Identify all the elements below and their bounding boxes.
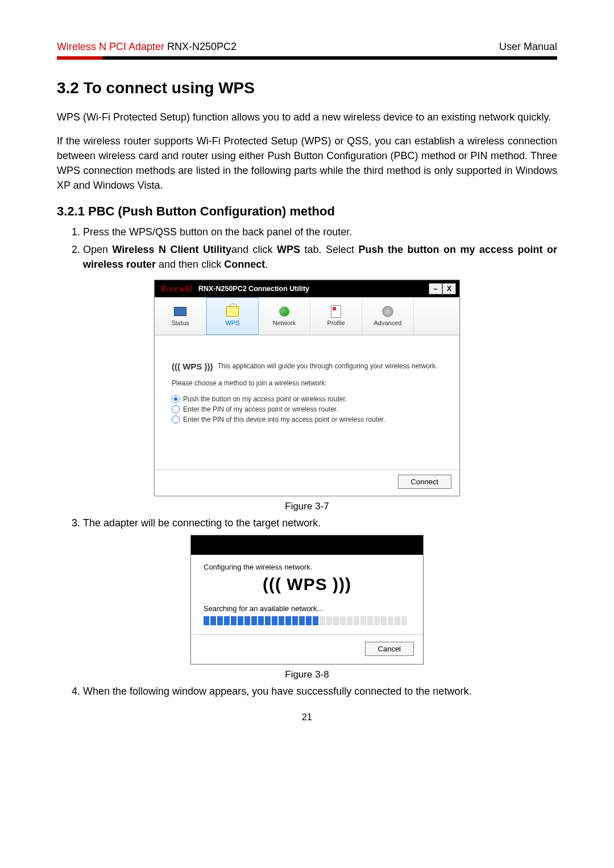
progress-segment <box>265 616 271 625</box>
radio-label: Enter the PIN of this device into my acc… <box>183 416 385 423</box>
progress-segment <box>333 616 339 625</box>
tab-label: Status <box>171 319 189 326</box>
document-page: Wireless N PCI Adapter RNX-N250PC2 User … <box>0 0 614 868</box>
page-number: 21 <box>57 712 557 722</box>
wps-panel: ((( WPS ))) This application will guide … <box>155 335 459 470</box>
status-icon <box>174 305 186 318</box>
progress-segment <box>401 616 407 625</box>
progress-segment <box>238 616 243 625</box>
progress-segment <box>292 616 298 625</box>
tab-label: Profile <box>327 319 345 326</box>
configuring-dialog: Configuring the wireless network. ((( WP… <box>190 535 424 665</box>
progress-segment <box>381 616 387 625</box>
progress-segment <box>224 616 230 625</box>
choose-prompt: Please choose a method to join a wireles… <box>172 379 442 387</box>
tab-label: Advanced <box>374 319 402 326</box>
progress-segment <box>210 616 216 625</box>
tab-wps[interactable]: WPS <box>206 297 259 335</box>
steps-list: When the following window appears, you h… <box>57 684 557 699</box>
brand-logo: Rosewill <box>158 284 193 294</box>
network-icon <box>278 305 291 318</box>
progress-bar <box>204 616 410 625</box>
wps-guide-line: ((( WPS ))) This application will guide … <box>172 362 442 371</box>
progress-segment <box>326 616 332 625</box>
progress-segment <box>354 616 359 625</box>
close-button[interactable]: X <box>442 283 456 294</box>
window-title-text: RNX-N250PC2 Connection Utility <box>198 285 309 293</box>
progress-segment <box>367 616 373 625</box>
product-name-red: Wireless N PCI Adapter <box>57 41 164 52</box>
page-header: Wireless N PCI Adapter RNX-N250PC2 User … <box>57 41 557 56</box>
header-divider <box>57 56 557 60</box>
tab-label: Network <box>273 319 296 326</box>
radio-icon <box>172 416 180 423</box>
header-right: User Manual <box>499 41 557 53</box>
wps-guide-text: This application will guide you through … <box>217 362 437 370</box>
tab-bar: Status WPS Network Profile Advanced <box>155 297 459 335</box>
radio-icon <box>172 405 180 413</box>
figure-caption: Figure 3-7 <box>57 501 557 512</box>
configuring-text: Configuring the wireless network. <box>204 563 410 571</box>
window-title: Rosewill RNX-N250PC2 Connection Utility <box>158 284 309 294</box>
lock-icon <box>226 305 239 318</box>
paragraph: WPS (Wi-Fi Protected Setup) function all… <box>57 110 557 124</box>
dialog-footer: Connect <box>155 470 459 496</box>
progress-segment <box>217 616 223 625</box>
gear-icon <box>381 305 394 318</box>
wps-icon: ((( WPS ))) <box>172 362 213 371</box>
window-controls: – X <box>429 283 456 294</box>
subsection-title: 3.2.1 PBC (Push Button Configuration) me… <box>57 204 557 219</box>
progress-segment <box>299 616 305 625</box>
connect-button[interactable]: Connect <box>398 475 451 489</box>
progress-segment <box>244 616 250 625</box>
progress-segment <box>251 616 257 625</box>
radio-option-push-button[interactable]: Push the button on my access point or wi… <box>172 395 442 403</box>
progress-segment <box>272 616 277 625</box>
progress-segment <box>231 616 237 625</box>
progress-segment <box>347 616 352 625</box>
paragraph: If the wireless router supports Wi-Fi Pr… <box>57 134 557 193</box>
progress-segment <box>395 616 400 625</box>
product-model: RNX-N250PC2 <box>164 41 237 52</box>
tab-label: WPS <box>225 319 239 326</box>
progress-segment <box>279 616 284 625</box>
connection-utility-window: Rosewill RNX-N250PC2 Connection Utility … <box>154 280 460 496</box>
section-title: 3.2 To connect using WPS <box>57 79 557 97</box>
tab-profile[interactable]: Profile <box>310 297 362 335</box>
progress-segment <box>360 616 366 625</box>
radio-icon <box>172 395 180 403</box>
step-item: The adapter will be connecting to the ta… <box>83 516 557 530</box>
tab-network[interactable]: Network <box>259 297 310 335</box>
searching-text: Searching for an available network... <box>204 604 410 613</box>
progress-segment <box>306 616 312 625</box>
step-item: Open Wireless N Client Utilityand click … <box>83 242 557 272</box>
cancel-button[interactable]: Cancel <box>365 642 414 656</box>
tab-advanced[interactable]: Advanced <box>362 297 414 335</box>
steps-list: Press the WPS/QSS button on the back pan… <box>57 225 557 271</box>
radio-option-enter-device-pin[interactable]: Enter the PIN of this device into my acc… <box>172 416 442 423</box>
step-item: Press the WPS/QSS button on the back pan… <box>83 225 557 239</box>
radio-label: Push the button on my access point or wi… <box>183 395 347 403</box>
divider <box>191 634 423 635</box>
radio-label: Enter the PIN of my access point or wire… <box>183 405 338 413</box>
progress-segment <box>204 616 209 625</box>
minimize-button[interactable]: – <box>429 283 442 294</box>
step-item: When the following window appears, you h… <box>83 684 557 699</box>
dialog-titlebar <box>191 535 423 555</box>
profile-icon <box>330 305 342 318</box>
steps-list: The adapter will be connecting to the ta… <box>57 516 557 530</box>
progress-segment <box>258 616 264 625</box>
window-titlebar: Rosewill RNX-N250PC2 Connection Utility … <box>155 280 459 297</box>
progress-segment <box>285 616 291 625</box>
header-left: Wireless N PCI Adapter RNX-N250PC2 <box>57 41 237 53</box>
dialog-footer: Cancel <box>191 636 423 664</box>
progress-segment <box>320 616 325 625</box>
progress-segment <box>340 616 346 625</box>
tab-status[interactable]: Status <box>155 297 206 335</box>
figure-caption: Figure 3-8 <box>57 669 557 680</box>
radio-option-enter-router-pin[interactable]: Enter the PIN of my access point or wire… <box>172 405 442 413</box>
progress-segment <box>313 616 318 625</box>
progress-segment <box>388 616 393 625</box>
wps-icon: ((( WPS ))) <box>204 575 410 594</box>
dialog-body: Configuring the wireless network. ((( WP… <box>191 555 423 636</box>
